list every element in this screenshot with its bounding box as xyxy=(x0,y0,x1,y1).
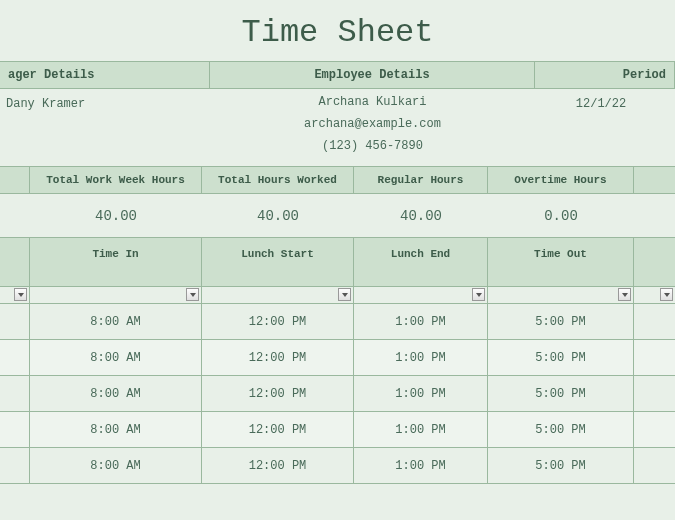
manager-name: Dany Kramer xyxy=(0,97,210,111)
filter-dropdown-icon[interactable] xyxy=(472,288,485,301)
details-header-row: ager Details Employee Details Period xyxy=(0,61,675,89)
overtime-hours-value: 0.00 xyxy=(488,208,634,224)
time-out-cell: 5:00 PM xyxy=(488,448,634,483)
row-spacer-right xyxy=(634,412,675,447)
row-spacer-right xyxy=(634,448,675,483)
row-spacer xyxy=(0,412,30,447)
time-out-cell: 5:00 PM xyxy=(488,412,634,447)
manager-details-header: ager Details xyxy=(0,62,210,88)
employee-email: archana@example.com xyxy=(210,111,535,133)
row-spacer-right xyxy=(634,304,675,339)
total-worked-value: 40.00 xyxy=(202,208,354,224)
details-body: Dany Kramer Archana Kulkari archana@exam… xyxy=(0,89,675,167)
time-in-cell: 8:00 AM xyxy=(30,376,202,411)
times-spacer xyxy=(0,238,30,286)
employee-phone: (123) 456-7890 xyxy=(210,133,535,155)
time-in-cell: 8:00 AM xyxy=(30,412,202,447)
summary-values-row: 40.00 40.00 40.00 0.00 xyxy=(0,194,675,238)
total-week-value: 40.00 xyxy=(30,208,202,224)
row-spacer-right xyxy=(634,376,675,411)
regular-hours-value: 40.00 xyxy=(354,208,488,224)
filter-dropdown-icon[interactable] xyxy=(14,288,27,301)
table-row: 8:00 AM12:00 PM1:00 PM5:00 PM xyxy=(0,448,675,484)
period-start: 12/1/22 xyxy=(535,97,675,111)
employee-details-header: Employee Details xyxy=(210,62,535,88)
time-entries-table: 8:00 AM12:00 PM1:00 PM5:00 PM8:00 AM12:0… xyxy=(0,304,675,484)
lunch-start-cell: 12:00 PM xyxy=(202,376,354,411)
time-in-header: Time In xyxy=(30,238,202,286)
lunch-end-cell: 1:00 PM xyxy=(354,412,488,447)
table-row: 8:00 AM12:00 PM1:00 PM5:00 PM xyxy=(0,376,675,412)
total-week-header: Total Work Week Hours xyxy=(30,167,202,193)
time-out-cell: 5:00 PM xyxy=(488,304,634,339)
page-title: Time Sheet xyxy=(0,0,675,61)
time-in-cell: 8:00 AM xyxy=(30,340,202,375)
total-worked-header: Total Hours Worked xyxy=(202,167,354,193)
lunch-end-cell: 1:00 PM xyxy=(354,376,488,411)
times-spacer-right xyxy=(634,238,675,286)
time-out-cell: 5:00 PM xyxy=(488,340,634,375)
employee-name: Archana Kulkari xyxy=(210,89,535,111)
time-in-cell: 8:00 AM xyxy=(30,304,202,339)
filter-dropdown-icon[interactable] xyxy=(618,288,631,301)
summary-spacer-right xyxy=(634,167,675,193)
table-row: 8:00 AM12:00 PM1:00 PM5:00 PM xyxy=(0,412,675,448)
lunch-start-cell: 12:00 PM xyxy=(202,448,354,483)
row-spacer xyxy=(0,304,30,339)
filter-dropdown-icon[interactable] xyxy=(338,288,351,301)
lunch-start-header: Lunch Start xyxy=(202,238,354,286)
table-row: 8:00 AM12:00 PM1:00 PM5:00 PM xyxy=(0,304,675,340)
table-row: 8:00 AM12:00 PM1:00 PM5:00 PM xyxy=(0,340,675,376)
summary-spacer xyxy=(0,167,30,193)
lunch-end-header: Lunch End xyxy=(354,238,488,286)
times-header-row: Time In Lunch Start Lunch End Time Out xyxy=(0,238,675,287)
lunch-end-cell: 1:00 PM xyxy=(354,448,488,483)
lunch-start-cell: 12:00 PM xyxy=(202,412,354,447)
regular-hours-header: Regular Hours xyxy=(354,167,488,193)
time-in-cell: 8:00 AM xyxy=(30,448,202,483)
filter-row xyxy=(0,287,675,304)
time-out-cell: 5:00 PM xyxy=(488,376,634,411)
lunch-start-cell: 12:00 PM xyxy=(202,340,354,375)
filter-dropdown-icon[interactable] xyxy=(186,288,199,301)
overtime-hours-header: Overtime Hours xyxy=(488,167,634,193)
row-spacer xyxy=(0,376,30,411)
row-spacer xyxy=(0,448,30,483)
lunch-end-cell: 1:00 PM xyxy=(354,340,488,375)
row-spacer xyxy=(0,340,30,375)
time-out-header: Time Out xyxy=(488,238,634,286)
filter-dropdown-icon[interactable] xyxy=(660,288,673,301)
lunch-start-cell: 12:00 PM xyxy=(202,304,354,339)
period-header: Period xyxy=(535,62,675,88)
lunch-end-cell: 1:00 PM xyxy=(354,304,488,339)
summary-header-row: Total Work Week Hours Total Hours Worked… xyxy=(0,167,675,194)
row-spacer-right xyxy=(634,340,675,375)
